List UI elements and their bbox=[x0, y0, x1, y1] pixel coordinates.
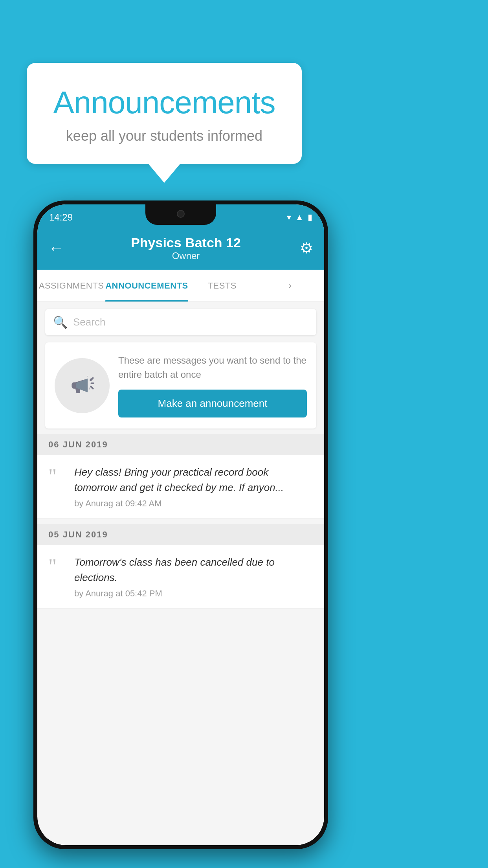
announcement-content-2: Tomorrow's class has been cancelled due … bbox=[74, 555, 313, 599]
back-button[interactable]: ← bbox=[48, 239, 64, 257]
quote-icon-2: " bbox=[48, 556, 66, 577]
phone-screen: 14:29 ▾ ▲ ▮ ← Physics Batch 12 Owner ⚙ bbox=[37, 204, 324, 845]
date-separator-2: 05 JUN 2019 bbox=[37, 524, 324, 545]
settings-icon[interactable]: ⚙ bbox=[300, 239, 313, 257]
camera bbox=[177, 210, 185, 218]
search-placeholder: Search bbox=[73, 316, 105, 328]
notch bbox=[145, 204, 216, 225]
announcement-meta-1: by Anurag at 09:42 AM bbox=[74, 498, 162, 508]
announcement-item-1[interactable]: " Hey class! Bring your practical record… bbox=[37, 455, 324, 519]
tab-assignments[interactable]: ASSIGNMENTS bbox=[37, 270, 105, 302]
announcement-right-panel: These are messages you want to send to t… bbox=[118, 353, 307, 417]
megaphone-icon-circle bbox=[55, 358, 110, 413]
announcement-description: These are messages you want to send to t… bbox=[118, 353, 307, 382]
search-icon: 🔍 bbox=[53, 315, 68, 329]
announcement-text-1: Hey class! Bring your practical record b… bbox=[74, 465, 313, 495]
app-bar-title: Physics Batch 12 Owner bbox=[72, 235, 300, 261]
app-bar: ← Physics Batch 12 Owner ⚙ bbox=[37, 226, 324, 270]
announcement-content-1: Hey class! Bring your practical record b… bbox=[74, 465, 313, 509]
batch-role: Owner bbox=[72, 250, 300, 261]
battery-icon: ▮ bbox=[308, 212, 312, 223]
bubble-title: Announcements bbox=[50, 85, 278, 121]
announcement-prompt: These are messages you want to send to t… bbox=[45, 342, 316, 428]
tab-tests[interactable]: TESTS bbox=[188, 270, 256, 302]
svg-line-2 bbox=[91, 386, 93, 388]
quote-icon-1: " bbox=[48, 466, 66, 487]
tab-more[interactable]: › bbox=[256, 270, 324, 302]
more-icon: › bbox=[289, 281, 292, 291]
batch-name: Physics Batch 12 bbox=[72, 235, 300, 250]
phone-frame: 14:29 ▾ ▲ ▮ ← Physics Batch 12 Owner ⚙ bbox=[33, 200, 328, 849]
signal-icon: ▲ bbox=[295, 212, 304, 223]
svg-line-0 bbox=[91, 378, 93, 380]
wifi-icon: ▾ bbox=[287, 212, 291, 223]
search-bar[interactable]: 🔍 Search bbox=[45, 309, 316, 335]
status-time: 14:29 bbox=[49, 212, 73, 223]
tab-bar: ASSIGNMENTS ANNOUNCEMENTS TESTS › bbox=[37, 270, 324, 302]
status-icons: ▾ ▲ ▮ bbox=[287, 212, 312, 223]
announcement-text-2: Tomorrow's class has been cancelled due … bbox=[74, 555, 313, 585]
announcement-meta-2: by Anurag at 05:42 PM bbox=[74, 588, 162, 598]
phone-inner: 14:29 ▾ ▲ ▮ ← Physics Batch 12 Owner ⚙ bbox=[37, 204, 324, 845]
announcement-item-2[interactable]: " Tomorrow's class has been cancelled du… bbox=[37, 545, 324, 609]
bubble-subtitle: keep all your students informed bbox=[50, 128, 278, 144]
make-announcement-button[interactable]: Make an announcement bbox=[118, 390, 307, 417]
tab-announcements[interactable]: ANNOUNCEMENTS bbox=[105, 270, 188, 302]
speech-bubble-card: Announcements keep all your students inf… bbox=[27, 63, 302, 164]
date-separator-1: 06 JUN 2019 bbox=[37, 434, 324, 455]
